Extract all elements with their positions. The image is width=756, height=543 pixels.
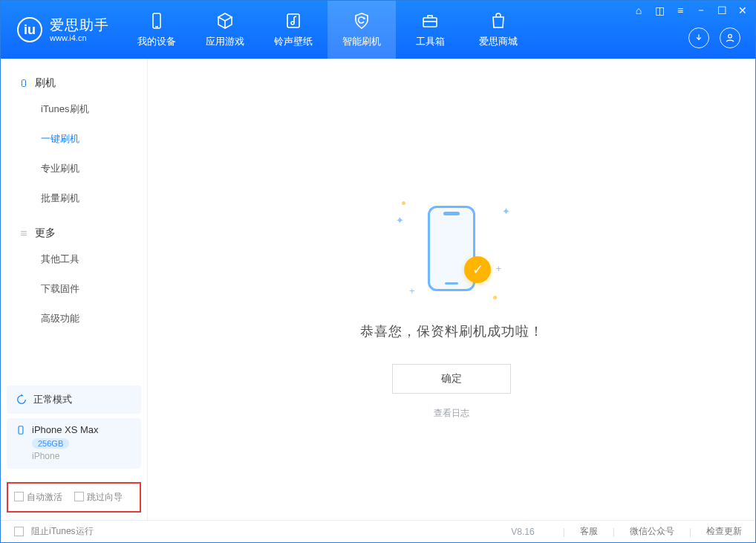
section-label: 刷机 <box>35 77 56 90</box>
lock-icon[interactable]: ◫ <box>653 4 666 16</box>
device-storage-badge: 256GB <box>32 438 69 449</box>
sparkle-icon: ✦ <box>502 206 510 217</box>
sidebar-item-batch-flash[interactable]: 批量刷机 <box>1 183 147 213</box>
sparkle-icon: + <box>495 263 501 274</box>
brand: iu 爱思助手 www.i4.cn <box>1 1 123 59</box>
view-log-link[interactable]: 查看日志 <box>434 407 469 420</box>
nav-tab-device[interactable]: 我的设备 <box>123 1 191 59</box>
success-message: 恭喜您，保资料刷机成功啦！ <box>360 322 544 340</box>
success-illustration: ✦ ✦ + + ✓ <box>388 192 515 304</box>
cube-icon <box>215 11 235 30</box>
shopping-bag-icon <box>489 11 508 30</box>
phone-small-icon <box>19 78 29 88</box>
brand-logo-icon: iu <box>17 17 42 42</box>
sidebar-item-itunes-flash[interactable]: iTunes刷机 <box>1 94 147 124</box>
version-label: V8.16 <box>511 527 534 537</box>
svg-rect-4 <box>423 18 437 27</box>
download-icon[interactable] <box>688 27 709 48</box>
sidebar-item-download-firmware[interactable]: 下载固件 <box>1 274 147 304</box>
brand-title: 爱思助手 <box>50 17 109 33</box>
sidebar-section-more: 更多 <box>1 222 147 244</box>
auto-activate-label: 自动激活 <box>27 492 62 502</box>
app-window: iu 爱思助手 www.i4.cn 我的设备 应用游戏 铃声壁纸 智能刷机 <box>0 0 756 543</box>
footer: 阻止iTunes运行 V8.16 | 客服 | 微信公众号 | 检查更新 <box>1 520 755 542</box>
nav-label: 铃声壁纸 <box>274 35 313 48</box>
device-mode-label: 正常模式 <box>33 393 72 406</box>
svg-rect-0 <box>153 13 160 28</box>
brand-url: www.i4.cn <box>50 33 109 43</box>
sidebar-section-flash: 刷机 <box>1 72 147 94</box>
options-highlight-box: 自动激活 跳过向导 <box>7 482 141 513</box>
svg-rect-10 <box>19 426 23 434</box>
shield-refresh-icon <box>352 11 371 30</box>
sparkle-icon: ✦ <box>396 215 404 226</box>
auto-activate-checkbox[interactable]: 自动激活 <box>14 491 62 504</box>
window-controls: ⌂ ◫ ≡ － ☐ ✕ <box>632 4 749 17</box>
skip-guide-label: 跳过向导 <box>87 492 123 502</box>
sidebar-item-pro-flash[interactable]: 专业刷机 <box>1 154 147 183</box>
nav-tabs: 我的设备 应用游戏 铃声壁纸 智能刷机 工具箱 爱思商城 <box>123 1 532 59</box>
svg-rect-6 <box>22 80 26 87</box>
skip-guide-checkbox[interactable]: 跳过向导 <box>74 491 123 504</box>
check-update-link[interactable]: 检查更新 <box>706 525 742 538</box>
section-label: 更多 <box>35 227 56 240</box>
phone-icon <box>147 11 166 30</box>
svg-point-3 <box>291 22 294 25</box>
device-mode-panel[interactable]: 正常模式 <box>7 386 141 414</box>
support-link[interactable]: 客服 <box>580 525 598 538</box>
close-button[interactable]: ✕ <box>736 4 749 16</box>
nav-label: 智能刷机 <box>342 35 381 48</box>
hamburger-icon <box>19 228 29 238</box>
wechat-link[interactable]: 微信公众号 <box>630 525 674 538</box>
block-itunes-label: 阻止iTunes运行 <box>31 525 94 538</box>
confirm-button[interactable]: 确定 <box>392 364 511 394</box>
main-content: ✦ ✦ + + ✓ 恭喜您，保资料刷机成功啦！ 确定 查看日志 <box>148 59 755 520</box>
nav-label: 工具箱 <box>416 35 445 48</box>
user-icon[interactable] <box>720 27 740 48</box>
nav-tab-flash[interactable]: 智能刷机 <box>328 1 396 59</box>
sidebar: 刷机 iTunes刷机 一键刷机 专业刷机 批量刷机 更多 其他工具 下载固件 … <box>1 59 148 520</box>
nav-label: 我的设备 <box>137 35 176 48</box>
svg-rect-2 <box>287 14 299 27</box>
nav-tab-tools[interactable]: 工具箱 <box>396 1 464 59</box>
nav-tab-rings[interactable]: 铃声壁纸 <box>259 1 328 59</box>
sparkle-icon: + <box>409 285 415 296</box>
tshirt-icon[interactable]: ⌂ <box>632 4 645 16</box>
nav-tab-store[interactable]: 爱思商城 <box>464 1 532 59</box>
device-card[interactable]: iPhone XS Max 256GB iPhone <box>7 418 141 469</box>
device-name: iPhone XS Max <box>32 424 99 435</box>
titlebar: iu 爱思助手 www.i4.cn 我的设备 应用游戏 铃声壁纸 智能刷机 <box>1 1 755 59</box>
sidebar-item-other-tools[interactable]: 其他工具 <box>1 244 147 274</box>
dot-icon <box>402 201 405 205</box>
music-note-icon <box>284 11 303 30</box>
dot-icon <box>493 296 497 299</box>
menu-icon[interactable]: ≡ <box>674 4 687 16</box>
device-subtype: iPhone <box>32 451 132 461</box>
body: 刷机 iTunes刷机 一键刷机 专业刷机 批量刷机 更多 其他工具 下载固件 … <box>1 59 755 520</box>
block-itunes-checkbox[interactable]: 阻止iTunes运行 <box>14 525 94 538</box>
refresh-icon <box>16 394 27 406</box>
phone-outline-icon <box>16 425 26 435</box>
maximize-button[interactable]: ☐ <box>715 4 729 16</box>
checkmark-badge-icon: ✓ <box>464 256 491 283</box>
nav-label: 应用游戏 <box>206 35 244 48</box>
sidebar-item-advanced[interactable]: 高级功能 <box>1 304 147 334</box>
svg-point-5 <box>729 34 732 38</box>
nav-tab-apps[interactable]: 应用游戏 <box>191 1 259 59</box>
toolbox-icon <box>420 11 440 30</box>
titlebar-action-icons <box>688 27 740 48</box>
sidebar-item-oneclick-flash[interactable]: 一键刷机 <box>1 124 147 154</box>
brand-text: 爱思助手 www.i4.cn <box>50 17 109 42</box>
nav-label: 爱思商城 <box>479 35 518 48</box>
minimize-button[interactable]: － <box>694 4 708 17</box>
